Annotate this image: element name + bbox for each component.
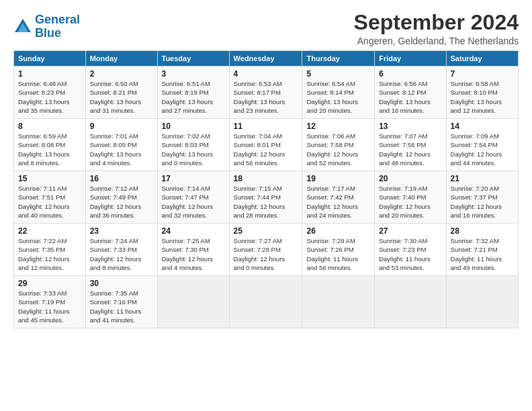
day-number: 10 (162, 122, 225, 131)
day-info: Sunrise: 6:48 AMSunset: 8:23 PMDaylight:… (18, 79, 81, 115)
day-number: 12 (306, 122, 370, 131)
table-row: 24Sunrise: 7:25 AMSunset: 7:30 PMDayligh… (157, 224, 229, 276)
table-row: 12Sunrise: 7:06 AMSunset: 7:58 PMDayligh… (302, 119, 375, 171)
day-number: 19 (306, 174, 370, 183)
table-row: 9Sunrise: 7:01 AMSunset: 8:05 PMDaylight… (85, 119, 157, 171)
day-number: 13 (379, 122, 441, 131)
header-monday: Monday (85, 51, 157, 66)
table-row: 27Sunrise: 7:30 AMSunset: 7:23 PMDayligh… (375, 224, 446, 276)
table-row: 21Sunrise: 7:20 AMSunset: 7:37 PMDayligh… (446, 171, 518, 224)
header-sunday: Sunday (14, 51, 86, 66)
calendar-week-1: 1Sunrise: 6:48 AMSunset: 8:23 PMDaylight… (14, 66, 519, 119)
logo-text-line1: General (35, 13, 80, 27)
table-row: 15Sunrise: 7:11 AMSunset: 7:51 PMDayligh… (14, 171, 86, 224)
day-number: 22 (18, 226, 81, 236)
table-row: 23Sunrise: 7:24 AMSunset: 7:33 PMDayligh… (85, 224, 157, 276)
day-info: Sunrise: 7:12 AMSunset: 7:49 PMDaylight:… (90, 184, 153, 220)
table-row: 3Sunrise: 6:51 AMSunset: 8:19 PMDaylight… (157, 66, 229, 119)
logo-text-line2: Blue (35, 27, 80, 40)
header-wednesday: Wednesday (229, 51, 302, 66)
calendar-week-3: 15Sunrise: 7:11 AMSunset: 7:51 PMDayligh… (14, 171, 519, 224)
calendar-week-4: 22Sunrise: 7:22 AMSunset: 7:35 PMDayligh… (14, 224, 519, 276)
day-info: Sunrise: 6:54 AMSunset: 8:14 PMDaylight:… (306, 79, 370, 115)
day-number: 8 (18, 122, 81, 131)
day-number: 16 (90, 174, 153, 183)
day-info: Sunrise: 7:04 AMSunset: 8:01 PMDaylight:… (234, 132, 298, 167)
table-row: 19Sunrise: 7:17 AMSunset: 7:42 PMDayligh… (302, 171, 375, 224)
day-number: 21 (451, 174, 514, 183)
day-number: 25 (234, 226, 298, 236)
day-info: Sunrise: 6:59 AMSunset: 8:08 PMDaylight:… (18, 132, 81, 167)
day-info: Sunrise: 7:01 AMSunset: 8:05 PMDaylight:… (90, 132, 153, 167)
day-number: 29 (18, 279, 81, 288)
day-info: Sunrise: 7:02 AMSunset: 8:03 PMDaylight:… (162, 132, 225, 167)
table-row: 22Sunrise: 7:22 AMSunset: 7:35 PMDayligh… (14, 224, 86, 276)
table-row: 6Sunrise: 6:56 AMSunset: 8:12 PMDaylight… (375, 66, 446, 119)
day-number: 27 (379, 226, 441, 236)
header: General Blue September 2024 Angeren, Gel… (13, 11, 519, 46)
day-info: Sunrise: 7:14 AMSunset: 7:47 PMDaylight:… (162, 184, 225, 220)
day-info: Sunrise: 7:22 AMSunset: 7:35 PMDaylight:… (18, 236, 81, 272)
table-row (157, 276, 229, 328)
day-info: Sunrise: 6:51 AMSunset: 8:19 PMDaylight:… (162, 79, 225, 115)
day-info: Sunrise: 7:24 AMSunset: 7:33 PMDaylight:… (90, 236, 153, 272)
table-row: 13Sunrise: 7:07 AMSunset: 7:56 PMDayligh… (375, 119, 446, 171)
day-number: 30 (90, 279, 153, 288)
table-row (302, 276, 375, 328)
table-row: 25Sunrise: 7:27 AMSunset: 7:28 PMDayligh… (229, 224, 302, 276)
day-number: 20 (379, 174, 441, 183)
day-info: Sunrise: 7:07 AMSunset: 7:56 PMDaylight:… (379, 132, 441, 167)
day-number: 24 (162, 226, 225, 236)
table-row: 30Sunrise: 7:35 AMSunset: 7:16 PMDayligh… (85, 276, 157, 328)
day-number: 7 (451, 69, 514, 79)
table-row (229, 276, 302, 328)
page: General Blue September 2024 Angeren, Gel… (0, 0, 532, 335)
day-number: 5 (306, 69, 370, 79)
day-number: 14 (451, 122, 514, 131)
day-number: 15 (18, 174, 81, 183)
table-row: 1Sunrise: 6:48 AMSunset: 8:23 PMDaylight… (14, 66, 86, 119)
day-info: Sunrise: 7:06 AMSunset: 7:58 PMDaylight:… (306, 132, 370, 167)
table-row: 2Sunrise: 6:50 AMSunset: 8:21 PMDaylight… (85, 66, 157, 119)
day-info: Sunrise: 6:53 AMSunset: 8:17 PMDaylight:… (234, 79, 298, 115)
table-row: 20Sunrise: 7:19 AMSunset: 7:40 PMDayligh… (375, 171, 446, 224)
table-row: 8Sunrise: 6:59 AMSunset: 8:08 PMDaylight… (14, 119, 86, 171)
table-row: 28Sunrise: 7:32 AMSunset: 7:21 PMDayligh… (446, 224, 518, 276)
calendar-header-row: Sunday Monday Tuesday Wednesday Thursday… (14, 51, 519, 66)
logo: General Blue (13, 13, 80, 40)
day-number: 28 (451, 226, 514, 236)
header-saturday: Saturday (446, 51, 518, 66)
day-info: Sunrise: 7:15 AMSunset: 7:44 PMDaylight:… (234, 184, 298, 220)
calendar-week-5: 29Sunrise: 7:33 AMSunset: 7:19 PMDayligh… (14, 276, 519, 328)
table-row: 10Sunrise: 7:02 AMSunset: 8:03 PMDayligh… (157, 119, 229, 171)
table-row: 18Sunrise: 7:15 AMSunset: 7:44 PMDayligh… (229, 171, 302, 224)
day-number: 9 (90, 122, 153, 131)
day-info: Sunrise: 7:20 AMSunset: 7:37 PMDaylight:… (451, 184, 514, 220)
day-number: 1 (18, 69, 81, 79)
day-number: 6 (379, 69, 441, 79)
calendar-table: Sunday Monday Tuesday Wednesday Thursday… (13, 50, 519, 328)
location: Angeren, Gelderland, The Netherlands (354, 36, 519, 46)
day-info: Sunrise: 6:58 AMSunset: 8:10 PMDaylight:… (451, 79, 514, 115)
calendar-week-2: 8Sunrise: 6:59 AMSunset: 8:08 PMDaylight… (14, 119, 519, 171)
table-row: 11Sunrise: 7:04 AMSunset: 8:01 PMDayligh… (229, 119, 302, 171)
day-number: 3 (162, 69, 225, 79)
header-friday: Friday (375, 51, 446, 66)
table-row: 4Sunrise: 6:53 AMSunset: 8:17 PMDaylight… (229, 66, 302, 119)
header-thursday: Thursday (302, 51, 375, 66)
day-number: 23 (90, 226, 153, 236)
table-row (375, 276, 446, 328)
month-title: September 2024 (354, 11, 519, 34)
day-info: Sunrise: 7:32 AMSunset: 7:21 PMDaylight:… (451, 236, 514, 272)
day-info: Sunrise: 7:29 AMSunset: 7:26 PMDaylight:… (306, 236, 370, 272)
table-row (446, 276, 518, 328)
day-info: Sunrise: 7:33 AMSunset: 7:19 PMDaylight:… (18, 289, 81, 324)
table-row: 7Sunrise: 6:58 AMSunset: 8:10 PMDaylight… (446, 66, 518, 119)
day-info: Sunrise: 7:09 AMSunset: 7:54 PMDaylight:… (451, 132, 514, 167)
table-row: 26Sunrise: 7:29 AMSunset: 7:26 PMDayligh… (302, 224, 375, 276)
table-row: 29Sunrise: 7:33 AMSunset: 7:19 PMDayligh… (14, 276, 86, 328)
day-info: Sunrise: 6:50 AMSunset: 8:21 PMDaylight:… (90, 79, 153, 115)
table-row: 17Sunrise: 7:14 AMSunset: 7:47 PMDayligh… (157, 171, 229, 224)
table-row: 5Sunrise: 6:54 AMSunset: 8:14 PMDaylight… (302, 66, 375, 119)
day-number: 4 (234, 69, 298, 79)
